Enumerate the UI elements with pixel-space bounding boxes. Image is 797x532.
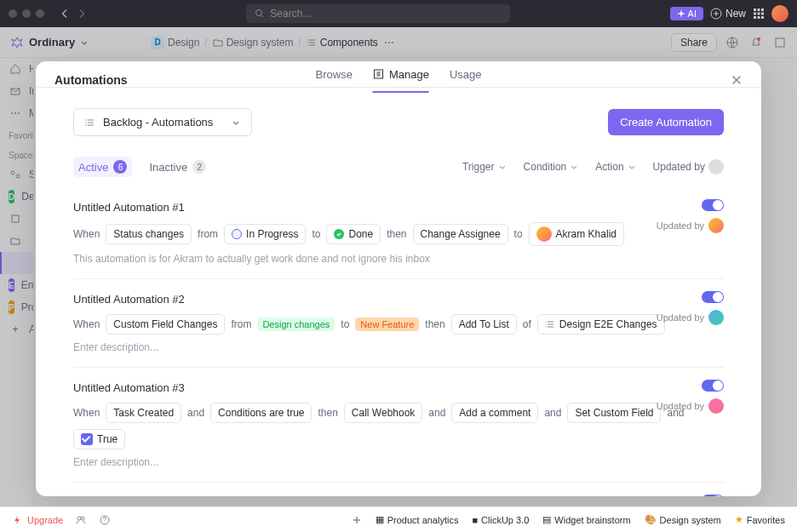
rule-chip[interactable]: Akram Khalid bbox=[529, 222, 624, 246]
rule-chip[interactable]: Design E2E Changes bbox=[537, 314, 665, 335]
rule-chip[interactable]: Change Assignee bbox=[413, 224, 508, 244]
automation-row[interactable]: Untitled Automation #3WhenTask Createdan… bbox=[73, 368, 724, 483]
filter-active[interactable]: Active 6 bbox=[73, 157, 132, 177]
rule-connector: and bbox=[544, 407, 561, 419]
selector-label: Backlog - Automations bbox=[103, 116, 213, 129]
automation-row[interactable]: Untitled Automation #4WhenStatus changes… bbox=[73, 483, 724, 496]
rule-chip[interactable]: Call Webhook bbox=[344, 403, 422, 423]
plus-icon[interactable] bbox=[352, 515, 362, 525]
rule-connector: to bbox=[312, 228, 320, 240]
updated-by-avatar bbox=[708, 398, 724, 414]
chevron-down-icon bbox=[231, 117, 241, 128]
nav-forward-icon[interactable] bbox=[77, 9, 87, 19]
rule-tag[interactable]: New Feature bbox=[355, 317, 419, 331]
sparkle-icon bbox=[677, 9, 685, 18]
footer-item[interactable]: ▤ Widget brainstorm bbox=[542, 514, 630, 525]
svg-rect-10 bbox=[761, 16, 764, 19]
tab-browse[interactable]: Browse bbox=[316, 68, 353, 93]
user-avatar bbox=[536, 226, 552, 242]
updated-by-label: Updated by bbox=[657, 310, 724, 325]
rule-chip[interactable]: Custom Field Changes bbox=[106, 314, 225, 335]
rule-chip[interactable]: Done bbox=[326, 224, 381, 244]
close-button[interactable] bbox=[731, 74, 743, 86]
svg-rect-9 bbox=[758, 16, 760, 19]
bolt-icon bbox=[12, 515, 22, 525]
svg-rect-5 bbox=[754, 13, 756, 15]
svg-point-0 bbox=[256, 10, 262, 16]
automation-toggle[interactable] bbox=[702, 495, 724, 496]
close-icon bbox=[731, 74, 743, 86]
automation-toggle[interactable] bbox=[702, 199, 724, 211]
updated-by-label: Updated by bbox=[657, 398, 724, 414]
svg-rect-6 bbox=[758, 13, 760, 15]
rule-connector: of bbox=[523, 318, 531, 330]
svg-rect-7 bbox=[761, 13, 764, 15]
rule-connector: and bbox=[428, 407, 445, 419]
filter-inactive[interactable]: Inactive 2 bbox=[144, 157, 211, 177]
automation-toggle[interactable] bbox=[702, 291, 724, 303]
automations-modal: Automations Browse Manage Usage Backlog … bbox=[36, 61, 761, 496]
svg-rect-2 bbox=[754, 9, 756, 11]
rule-connector: then bbox=[387, 228, 406, 240]
list-selector[interactable]: Backlog - Automations bbox=[73, 108, 252, 136]
automation-title: Untitled Automation #3 bbox=[73, 381, 724, 394]
svg-point-38 bbox=[81, 517, 84, 520]
footer-item[interactable]: ▦ Product analytics bbox=[376, 514, 459, 525]
upgrade-button[interactable]: Upgrade bbox=[12, 515, 63, 525]
rule-chip[interactable]: In Progress bbox=[224, 224, 306, 244]
ai-button[interactable]: AI bbox=[670, 7, 703, 20]
search-icon bbox=[255, 9, 265, 19]
filter-trigger[interactable]: Trigger bbox=[462, 161, 507, 173]
help-icon[interactable] bbox=[99, 514, 111, 526]
rule-connector: then bbox=[318, 407, 337, 419]
svg-rect-3 bbox=[758, 9, 760, 11]
rule-connector: and bbox=[187, 407, 204, 419]
create-automation-button[interactable]: Create Automation bbox=[608, 109, 724, 135]
footer-favorites[interactable]: ★ Favorites bbox=[735, 514, 785, 525]
automation-description[interactable]: This automation is for Akram to actually… bbox=[73, 253, 724, 265]
footer-item[interactable]: 🎨 Design system bbox=[645, 514, 721, 525]
nav-back-icon[interactable] bbox=[60, 9, 70, 19]
rule-connector: from bbox=[231, 318, 251, 330]
status-dot-icon bbox=[334, 229, 344, 239]
rule-chip[interactable]: Conditions are true bbox=[210, 403, 312, 423]
automation-description[interactable]: Enter description... bbox=[73, 341, 724, 353]
rule-chip[interactable]: Task Created bbox=[106, 403, 181, 423]
users-icon[interactable] bbox=[75, 514, 87, 526]
filter-action[interactable]: Action bbox=[595, 161, 635, 173]
window-controls[interactable] bbox=[9, 9, 44, 18]
rule-tag[interactable]: Design changes bbox=[257, 317, 335, 331]
automation-description[interactable]: Enter description... bbox=[73, 456, 724, 468]
rule-connector: from bbox=[198, 228, 218, 240]
apps-icon[interactable] bbox=[753, 8, 765, 20]
filter-updated-by[interactable]: Updated by bbox=[653, 159, 724, 174]
rule-connector: When bbox=[73, 228, 100, 240]
automation-row[interactable]: Untitled Automation #2WhenCustom Field C… bbox=[73, 279, 724, 368]
list-icon bbox=[545, 319, 555, 329]
rule-connector: then bbox=[425, 318, 444, 330]
filter-condition[interactable]: Condition bbox=[524, 161, 579, 173]
svg-point-30 bbox=[85, 124, 86, 125]
rule-chip[interactable]: Add To List bbox=[451, 314, 517, 335]
tab-usage[interactable]: Usage bbox=[450, 68, 482, 93]
tab-manage[interactable]: Manage bbox=[373, 68, 429, 93]
automation-toggle[interactable] bbox=[702, 380, 724, 392]
new-button[interactable]: New bbox=[710, 8, 746, 20]
svg-rect-8 bbox=[754, 16, 756, 19]
svg-point-29 bbox=[85, 122, 86, 123]
rule-chip[interactable]: True bbox=[73, 429, 125, 449]
svg-point-31 bbox=[545, 322, 546, 323]
rule-chip[interactable]: Status changes bbox=[106, 224, 192, 244]
rule-chip[interactable]: Add a comment bbox=[451, 403, 538, 423]
global-search[interactable]: Search... bbox=[246, 4, 510, 23]
rule-chip[interactable]: Set Custom Field bbox=[567, 403, 661, 423]
status-dot-icon bbox=[232, 229, 242, 239]
svg-point-33 bbox=[545, 327, 546, 328]
automation-rule: WhenTask CreatedandConditions are trueth… bbox=[73, 403, 724, 449]
footer-item[interactable]: ■ ClickUp 3.0 bbox=[472, 515, 529, 525]
updated-by-avatar bbox=[708, 310, 724, 325]
user-avatar[interactable] bbox=[771, 5, 788, 22]
automation-row[interactable]: Untitled Automation #1WhenStatus changes… bbox=[73, 187, 724, 279]
titlebar: Search... AI New bbox=[0, 0, 797, 27]
rule-connector: to bbox=[341, 318, 349, 330]
